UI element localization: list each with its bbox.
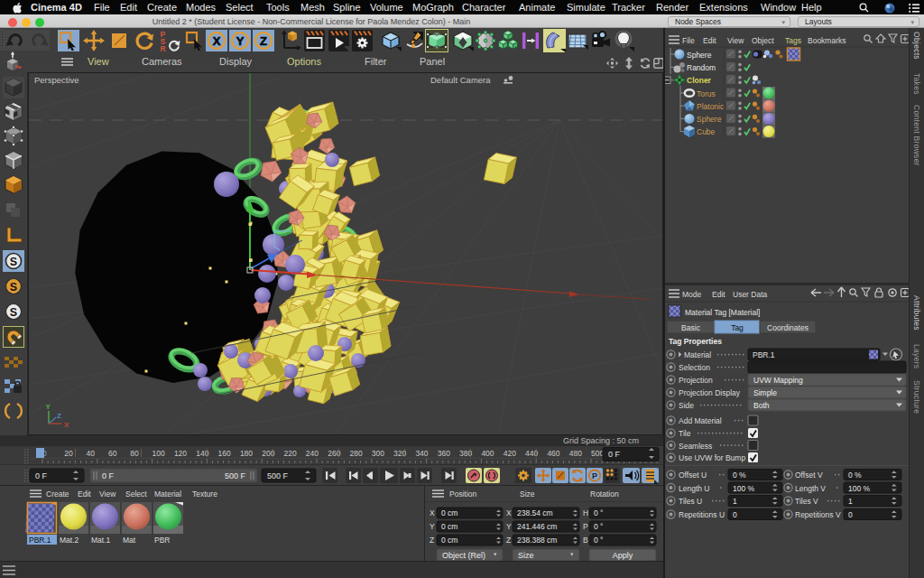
- svg-text:0 cm: 0 cm: [441, 508, 457, 517]
- svg-text:User Data: User Data: [733, 290, 768, 299]
- svg-text:180: 180: [240, 449, 253, 458]
- svg-text:PBR.1: PBR.1: [753, 350, 775, 359]
- svg-text:Tile: Tile: [679, 429, 691, 438]
- svg-text:238.388 cm: 238.388 cm: [517, 536, 557, 545]
- svg-text:0 cm: 0 cm: [441, 536, 457, 545]
- svg-text:240: 240: [306, 449, 319, 458]
- svg-text:Apply: Apply: [613, 551, 633, 560]
- svg-text:300: 300: [372, 449, 384, 458]
- svg-text:Length V: Length V: [795, 484, 826, 493]
- svg-text:100: 100: [152, 449, 165, 458]
- svg-text:238.54 cm: 238.54 cm: [517, 508, 553, 517]
- svg-text:1: 1: [733, 497, 737, 506]
- svg-text:Select: Select: [125, 489, 147, 499]
- svg-text:PBR: PBR: [154, 536, 170, 545]
- svg-text:Default Camera: Default Camera: [430, 75, 491, 85]
- svg-text:Both: Both: [753, 401, 770, 410]
- svg-text:Repetitions U: Repetitions U: [679, 510, 725, 519]
- svg-text:Torus: Torus: [697, 89, 716, 98]
- svg-text:120: 120: [174, 449, 187, 458]
- svg-text:160: 160: [218, 449, 231, 458]
- svg-text:1: 1: [848, 497, 853, 506]
- svg-text:Simple: Simple: [753, 388, 777, 397]
- svg-text:Z: Z: [430, 536, 434, 545]
- svg-text:480: 480: [569, 449, 582, 458]
- svg-text:Edit: Edit: [712, 290, 725, 299]
- svg-text:500 F: 500 F: [225, 471, 246, 480]
- svg-text:Edit: Edit: [78, 489, 91, 499]
- svg-text:Projection Display: Projection Display: [679, 388, 741, 397]
- svg-text:0 %: 0 %: [733, 471, 746, 480]
- svg-text:0 °: 0 °: [594, 522, 604, 531]
- svg-text:Side: Side: [679, 401, 694, 410]
- svg-text:S: S: [10, 256, 17, 268]
- svg-text:460: 460: [547, 449, 559, 458]
- svg-text:60: 60: [108, 449, 117, 458]
- svg-text:Z: Z: [57, 412, 61, 420]
- svg-text:100 %: 100 %: [733, 484, 755, 493]
- svg-text:S: S: [10, 306, 17, 319]
- svg-text:Mat.2: Mat.2: [60, 536, 79, 545]
- svg-text:Create: Create: [46, 489, 69, 499]
- svg-text:Y: Y: [46, 403, 51, 411]
- svg-text:0: 0: [42, 449, 47, 458]
- svg-text:Mat.1: Mat.1: [91, 536, 111, 545]
- svg-text:0 %: 0 %: [848, 471, 862, 480]
- svg-text:500 F: 500 F: [267, 471, 289, 480]
- svg-text:Edit: Edit: [703, 36, 716, 45]
- svg-text:X: X: [64, 421, 69, 429]
- svg-text:Texture: Texture: [192, 489, 217, 499]
- svg-text:Sphere: Sphere: [697, 115, 722, 124]
- svg-text:0: 0: [733, 510, 737, 519]
- svg-text:Z: Z: [260, 34, 267, 48]
- svg-text:H: H: [583, 508, 588, 517]
- svg-text:100 %: 100 %: [848, 484, 871, 493]
- svg-text:View: View: [99, 489, 116, 499]
- svg-text:Platonic: Platonic: [697, 102, 725, 111]
- svg-text:Tag Properties: Tag Properties: [669, 337, 722, 346]
- svg-text:P: P: [592, 471, 597, 480]
- svg-text:360: 360: [438, 449, 450, 458]
- svg-text:Use UVW for Bump: Use UVW for Bump: [679, 453, 745, 462]
- svg-text:20: 20: [64, 449, 73, 458]
- svg-text:Sphere: Sphere: [687, 51, 712, 60]
- svg-text:Z: Z: [506, 536, 511, 545]
- svg-text:Offset V: Offset V: [795, 471, 823, 480]
- svg-text:Position: Position: [449, 489, 477, 499]
- svg-text:400: 400: [481, 449, 494, 458]
- svg-text:280: 280: [350, 449, 363, 458]
- svg-text:420: 420: [504, 449, 516, 458]
- svg-text:Perspective: Perspective: [34, 75, 79, 85]
- svg-text:Projection: Projection: [679, 376, 713, 385]
- svg-text:0 F: 0 F: [608, 450, 621, 459]
- svg-text:Material: Material: [154, 489, 181, 499]
- svg-text:Object (Rel): Object (Rel): [442, 551, 485, 560]
- svg-text:Tiles V: Tiles V: [795, 497, 818, 506]
- svg-text:X: X: [430, 508, 435, 517]
- svg-text:Tiles U: Tiles U: [679, 497, 702, 506]
- svg-text:R: R: [161, 44, 166, 52]
- svg-text:0 °: 0 °: [594, 536, 604, 545]
- svg-text:PBR.1: PBR.1: [29, 536, 51, 545]
- svg-text:File: File: [682, 36, 695, 45]
- svg-text:241.446 cm: 241.446 cm: [517, 522, 557, 531]
- svg-text:Seamless: Seamless: [679, 442, 712, 451]
- svg-text:Selection: Selection: [679, 363, 710, 372]
- svg-text:X: X: [506, 508, 512, 517]
- svg-text:Y: Y: [506, 522, 512, 531]
- svg-text:Tag: Tag: [731, 323, 744, 332]
- svg-text:0 F: 0 F: [35, 471, 48, 480]
- svg-text:P: P: [583, 522, 588, 531]
- svg-text:X: X: [213, 34, 221, 48]
- svg-text:Length U: Length U: [679, 484, 710, 493]
- svg-text:Offset U: Offset U: [679, 471, 707, 480]
- svg-text:Object: Object: [752, 36, 774, 45]
- svg-text:0 cm: 0 cm: [441, 522, 457, 531]
- svg-text:B: B: [583, 536, 588, 545]
- svg-text:Coordinates: Coordinates: [767, 323, 808, 332]
- svg-text:500: 500: [591, 449, 604, 458]
- svg-text:Mat: Mat: [123, 536, 136, 545]
- svg-text:Add Material: Add Material: [679, 416, 722, 425]
- svg-text:Size: Size: [520, 489, 535, 499]
- svg-text:220: 220: [284, 449, 297, 458]
